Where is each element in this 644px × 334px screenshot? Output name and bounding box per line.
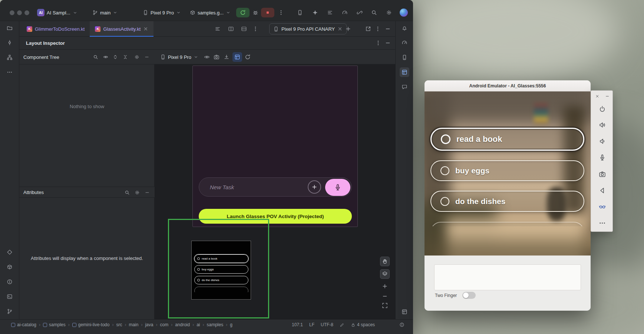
structure-tool-button[interactable] (5, 53, 14, 62)
volume-down-button[interactable] (597, 136, 607, 146)
add-device-button[interactable] (343, 24, 353, 34)
snapshot-button[interactable] (212, 52, 221, 62)
logcat-button[interactable] (325, 8, 335, 17)
todo-item-focused[interactable]: read a book (430, 128, 584, 151)
camera-button[interactable] (597, 169, 607, 179)
todo-checkbox-circle[interactable] (440, 166, 449, 175)
tab-glimmer-todo-screen[interactable]: K GlimmerToDoScreen.kt (22, 21, 90, 37)
render-visibility-button[interactable] (202, 52, 212, 62)
more-controls-button[interactable] (597, 218, 607, 228)
problems-tool-button[interactable] (5, 277, 14, 287)
close-window-button[interactable] (10, 10, 14, 15)
rerun-button[interactable] (236, 8, 250, 17)
touch-input-area[interactable] (434, 264, 581, 290)
new-task-input[interactable]: New Task (199, 177, 352, 197)
hide-tree-button[interactable] (142, 52, 152, 62)
close-device-tab-icon[interactable] (337, 26, 343, 31)
attributes-settings-button[interactable] (132, 188, 142, 197)
todo-item[interactable]: do the dishes (430, 191, 584, 212)
profiler-button[interactable] (340, 8, 350, 17)
todo-item[interactable]: buy eggs (430, 160, 584, 181)
run-configuration-selector[interactable]: samples.g... (190, 10, 231, 16)
split-editor-button[interactable] (226, 24, 236, 34)
device-mirror-button[interactable] (295, 8, 305, 17)
hide-device-panel-button[interactable] (383, 24, 393, 34)
hide-attributes-button[interactable] (142, 188, 152, 197)
editor-options-button[interactable] (251, 24, 260, 34)
device-panel-options-button[interactable] (373, 24, 383, 34)
device-screen-render[interactable]: New Task Launch Glasses POV Activity (Pr… (192, 66, 358, 227)
inspector-device-selector[interactable]: Pixel 9 Pro (160, 54, 198, 60)
device-manager-button[interactable] (400, 53, 409, 62)
tree-settings-button[interactable] (132, 52, 142, 62)
inspections-widget[interactable] (397, 320, 407, 330)
export-snapshot-button[interactable] (222, 52, 231, 62)
zoom-out-button[interactable] (380, 291, 390, 301)
notifications-button[interactable] (400, 23, 409, 33)
todo-checkbox-circle[interactable] (440, 197, 449, 206)
run-more-options-button[interactable] (276, 8, 286, 17)
services-tool-button[interactable] (5, 247, 14, 257)
tree-search-button[interactable] (91, 52, 100, 62)
crumb-label[interactable]: android (175, 322, 190, 327)
editor-list-button[interactable] (213, 24, 222, 34)
refresh-render-button[interactable] (243, 52, 252, 62)
settings-button[interactable] (384, 8, 394, 17)
zoom-in-button[interactable] (380, 281, 390, 291)
pan-mode-button[interactable] (380, 257, 390, 266)
todo-checkbox-circle[interactable] (441, 134, 450, 144)
project-tool-button[interactable] (5, 23, 14, 33)
voice-input-button[interactable] (325, 179, 350, 196)
search-everywhere-button[interactable] (369, 8, 379, 17)
add-task-button[interactable] (308, 180, 321, 194)
build-tool-button[interactable] (5, 262, 14, 272)
expand-all-button[interactable] (110, 52, 120, 62)
terminal-tool-button[interactable] (5, 292, 14, 301)
encoding-widget[interactable]: UTF-8 (321, 322, 333, 327)
crumb-label[interactable]: gemini-live-todo (78, 322, 110, 327)
profile-globe-icon[interactable] (400, 9, 408, 17)
running-devices-tool-button[interactable] (400, 307, 409, 317)
collapse-all-button[interactable] (120, 52, 130, 62)
crumb-label[interactable]: ai-catalog (17, 322, 36, 327)
minimize-window-button[interactable] (17, 10, 22, 15)
project-selector[interactable]: AI AI Sampl... (37, 9, 77, 16)
zoom-window-button[interactable] (24, 10, 29, 15)
tree-visibility-button[interactable] (101, 52, 110, 62)
render-canvas[interactable]: New Task Launch Glasses POV Activity (Pr… (155, 64, 395, 319)
caret-position-widget[interactable]: 107:1 (292, 322, 303, 327)
crumb-label[interactable]: samples (207, 322, 224, 327)
crumb-label[interactable]: ai (196, 322, 200, 327)
vcs-branch-selector[interactable]: main (92, 10, 118, 16)
debug-button[interactable] (251, 8, 260, 17)
crumb-label[interactable]: src (116, 322, 122, 327)
app-quality-insights-button[interactable] (400, 82, 409, 92)
volume-up-button[interactable] (597, 120, 607, 130)
hide-panel-button[interactable] (383, 38, 393, 48)
stop-button[interactable] (261, 8, 274, 17)
panel-options-button[interactable] (373, 38, 383, 48)
glasses-display-button[interactable] (597, 201, 607, 211)
layout-inspector-tool-button[interactable] (400, 67, 409, 77)
zoom-to-fit-button[interactable] (380, 301, 390, 310)
microphone-button[interactable] (597, 153, 607, 162)
profiler-tool-button[interactable] (400, 38, 409, 47)
emulator-titlebar[interactable]: Android Emulator - AI_Glasses:5556 (425, 80, 591, 91)
mini-todo-item[interactable]: read a book (194, 254, 248, 263)
power-button[interactable] (597, 104, 607, 114)
device-selector[interactable]: Pixel 9 Pro (143, 10, 181, 16)
back-button[interactable] (597, 186, 607, 195)
glasses-display-render[interactable]: read a book buy eggs do the dishes (191, 241, 251, 300)
two-finger-toggle[interactable] (462, 292, 476, 299)
crumb-label[interactable]: g (230, 322, 232, 327)
close-tab-icon[interactable] (143, 26, 148, 31)
running-device-tab[interactable]: Pixel 9 Pro API CANARY (269, 23, 347, 34)
attributes-search-button[interactable] (122, 188, 132, 197)
mini-todo-item[interactable]: do the dishes (194, 276, 248, 284)
emulator-minimize-button[interactable] (602, 91, 612, 101)
live-updates-button[interactable] (232, 52, 242, 62)
gemini-button[interactable] (310, 8, 320, 17)
launch-glasses-button[interactable]: Launch Glasses POV Activity (Projected) (199, 209, 352, 224)
tab-glasses-activity[interactable]: K GlassesActivity.kt (90, 21, 153, 37)
version-control-tool-button[interactable] (5, 307, 14, 316)
